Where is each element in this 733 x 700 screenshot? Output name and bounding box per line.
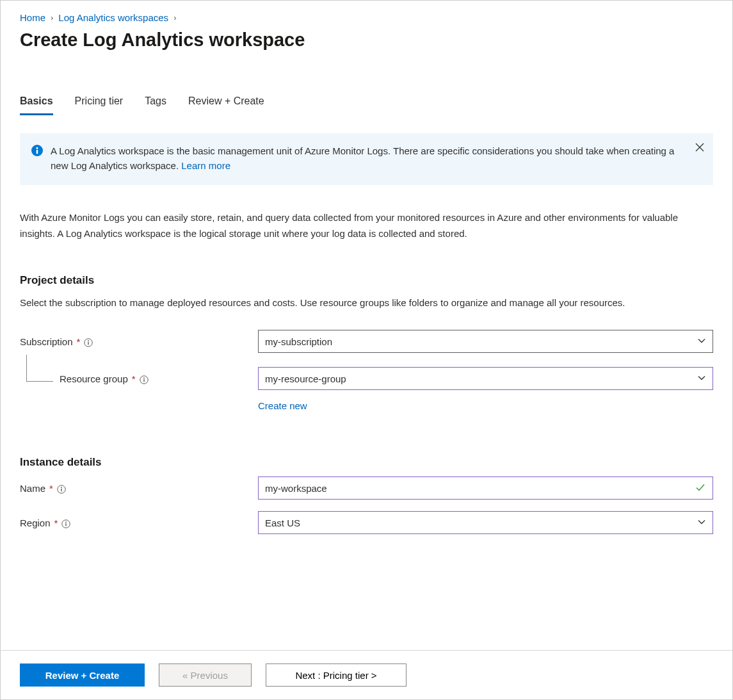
info-banner: A Log Analytics workspace is the basic m… <box>20 133 713 185</box>
tab-review-create[interactable]: Review + Create <box>188 95 264 115</box>
tab-pricing-tier[interactable]: Pricing tier <box>75 95 124 115</box>
svg-point-12 <box>61 487 62 488</box>
close-icon[interactable] <box>695 141 704 156</box>
project-details-heading: Project details <box>20 274 713 287</box>
resource-group-label: Resource group <box>60 373 128 384</box>
instance-details-heading: Instance details <box>20 456 713 469</box>
name-input[interactable]: my-workspace <box>258 476 713 500</box>
subscription-label: Subscription <box>20 336 73 347</box>
svg-rect-2 <box>36 150 38 154</box>
review-create-button[interactable]: Review + Create <box>20 663 145 687</box>
tabs: Basics Pricing tier Tags Review + Create <box>20 95 713 115</box>
breadcrumb-workspaces[interactable]: Log Analytics workspaces <box>58 12 168 23</box>
chevron-right-icon: › <box>51 13 53 22</box>
create-new-link[interactable]: Create new <box>258 400 307 411</box>
chevron-down-icon <box>697 336 706 347</box>
breadcrumb-home[interactable]: Home <box>20 12 45 23</box>
required-indicator: * <box>54 517 58 528</box>
svg-point-1 <box>36 147 38 149</box>
info-icon[interactable] <box>57 482 66 493</box>
svg-rect-13 <box>61 488 61 491</box>
chevron-down-icon <box>697 373 706 384</box>
name-label: Name <box>20 483 45 494</box>
info-icon[interactable] <box>140 373 149 384</box>
chevron-right-icon: › <box>173 13 176 22</box>
required-indicator: * <box>77 336 81 347</box>
subscription-select[interactable]: my-subscription <box>258 330 713 353</box>
svg-point-15 <box>65 521 67 523</box>
svg-rect-7 <box>88 341 89 345</box>
resource-group-select[interactable]: my-resource-group <box>258 367 713 390</box>
project-details-desc: Select the subscription to manage deploy… <box>20 295 713 311</box>
tree-connector <box>26 355 53 382</box>
resource-group-value: my-resource-group <box>265 373 346 384</box>
svg-rect-10 <box>143 378 144 382</box>
svg-point-9 <box>143 377 145 378</box>
intro-text: With Azure Monitor Logs you can easily s… <box>20 209 713 242</box>
required-indicator: * <box>49 483 53 494</box>
info-icon <box>31 145 43 174</box>
info-icon[interactable] <box>84 336 93 346</box>
svg-point-6 <box>88 340 89 341</box>
region-label: Region <box>20 517 51 528</box>
page-title: Create Log Analytics workspace <box>20 29 713 51</box>
checkmark-icon <box>695 482 706 495</box>
tab-tags[interactable]: Tags <box>145 95 166 115</box>
subscription-value: my-subscription <box>265 336 332 347</box>
learn-more-link[interactable]: Learn more <box>181 160 230 171</box>
footer: Review + Create « Previous Next : Pricin… <box>1 650 732 699</box>
required-indicator: * <box>132 373 136 384</box>
tab-basics[interactable]: Basics <box>20 95 53 115</box>
next-button[interactable]: Next : Pricing tier > <box>266 663 407 687</box>
info-icon[interactable] <box>61 517 70 528</box>
breadcrumb: Home › Log Analytics workspaces › <box>20 12 713 23</box>
previous-button[interactable]: « Previous <box>159 663 252 687</box>
region-select[interactable]: East US <box>258 511 713 534</box>
chevron-down-icon <box>697 517 706 528</box>
region-value: East US <box>265 517 300 528</box>
svg-rect-16 <box>66 523 67 526</box>
info-banner-text: A Log Analytics workspace is the basic m… <box>51 145 674 171</box>
name-value: my-workspace <box>265 483 327 494</box>
